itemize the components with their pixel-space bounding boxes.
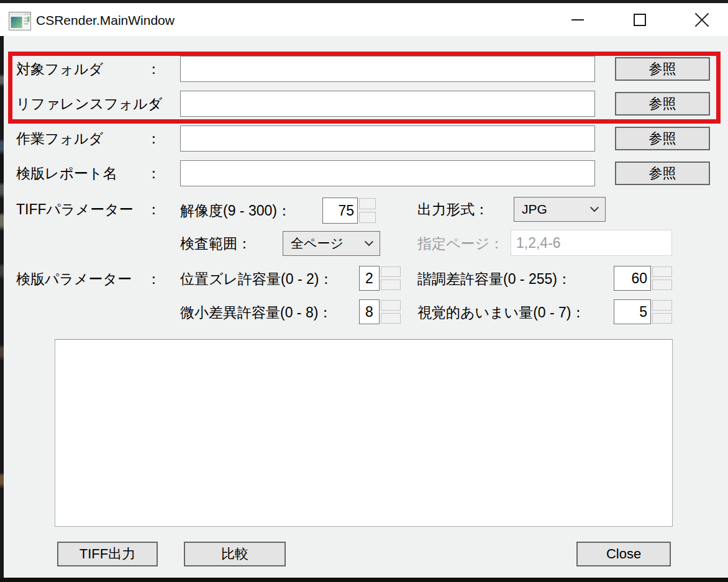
compare-button[interactable]: 比較 xyxy=(184,542,286,566)
visual-fuzz-spinner xyxy=(652,300,672,324)
work-folder-colon: ： xyxy=(147,129,161,148)
report-name-input[interactable] xyxy=(180,160,595,186)
spin-up-button[interactable] xyxy=(652,266,672,277)
reference-folder-label: リファレンスフォルダ xyxy=(16,94,162,113)
scan-range-select[interactable]: 全ページ xyxy=(283,231,380,256)
tone-tolerance-spinner xyxy=(652,266,672,290)
screen-edge-artifact-left xyxy=(0,36,4,578)
reference-folder-colon: ： xyxy=(147,94,161,113)
visual-fuzz-label: 視覚的あいまい量(0 - 7)： xyxy=(417,303,586,322)
scan-range-label: 検査範囲： xyxy=(180,234,252,253)
resolution-input[interactable] xyxy=(322,198,358,224)
position-tolerance-label: 位置ズレ許容量(0 - 2)： xyxy=(180,270,333,288)
target-folder-input[interactable] xyxy=(180,56,595,82)
kenpan-section-label: 検版パラメーター xyxy=(16,270,132,288)
screen-edge-artifact-top xyxy=(0,0,728,3)
title-bar: CSRender.MainWindow xyxy=(0,3,728,36)
chevron-down-icon xyxy=(365,237,373,246)
minor-diff-tolerance-input[interactable] xyxy=(359,299,380,324)
spin-up-button[interactable] xyxy=(381,266,401,277)
screen-edge-artifact-bottom xyxy=(0,578,728,582)
position-tolerance-spinner xyxy=(381,266,401,290)
spin-down-button[interactable] xyxy=(381,280,401,290)
spin-down-button[interactable] xyxy=(652,280,672,290)
spin-up-button[interactable] xyxy=(381,300,401,311)
output-format-label: 出力形式： xyxy=(417,200,489,219)
application-window: CSRender.MainWindow 対象フォルダ ： 参照 リファレンスフォ… xyxy=(0,0,728,582)
spin-down-button[interactable] xyxy=(652,313,672,324)
close-button[interactable]: Close xyxy=(576,542,671,566)
spin-up-button[interactable] xyxy=(359,198,376,209)
report-name-colon: ： xyxy=(147,164,161,183)
pages-label: 指定ページ： xyxy=(417,234,504,253)
report-name-browse-button[interactable]: 参照 xyxy=(615,161,710,185)
target-folder-label: 対象フォルダ xyxy=(16,60,103,78)
close-icon xyxy=(694,12,710,28)
reference-folder-browse-button[interactable]: 参照 xyxy=(615,92,710,116)
work-folder-browse-button[interactable]: 参照 xyxy=(615,127,710,150)
minimize-button[interactable] xyxy=(557,3,598,36)
log-output-area[interactable] xyxy=(55,339,673,527)
window-title: CSRender.MainWindow xyxy=(36,13,175,28)
resolution-spinner xyxy=(359,198,376,223)
spin-up-button[interactable] xyxy=(652,300,672,311)
chevron-down-icon xyxy=(590,203,599,212)
output-format-value: JPG xyxy=(522,202,547,217)
close-window-button[interactable] xyxy=(681,3,722,36)
reference-folder-input[interactable] xyxy=(180,91,595,117)
tone-tolerance-label: 諧調差許容量(0 - 255)： xyxy=(417,270,571,288)
report-name-label: 検版レポート名 xyxy=(16,164,117,183)
work-folder-input[interactable] xyxy=(180,125,595,152)
spin-down-button[interactable] xyxy=(381,313,401,324)
resolution-label: 解像度(9 - 300)： xyxy=(180,201,291,220)
target-folder-colon: ： xyxy=(147,60,161,78)
maximize-icon xyxy=(634,14,646,26)
position-tolerance-input[interactable] xyxy=(359,266,380,291)
work-folder-label: 作業フォルダ xyxy=(16,129,103,148)
tone-tolerance-input[interactable] xyxy=(614,266,651,291)
visual-fuzz-input[interactable] xyxy=(614,299,651,324)
minimize-icon xyxy=(571,19,584,20)
kenpan-section-colon: ： xyxy=(147,270,161,288)
target-folder-browse-button[interactable]: 参照 xyxy=(615,57,710,81)
tiff-section-colon: ： xyxy=(147,200,161,219)
scan-range-value: 全ページ xyxy=(291,235,344,252)
maximize-button[interactable] xyxy=(619,3,660,36)
app-icon xyxy=(9,12,31,30)
minor-diff-tolerance-spinner xyxy=(381,300,401,324)
pages-input xyxy=(511,230,672,256)
output-format-select[interactable]: JPG xyxy=(514,197,606,222)
tiff-output-button[interactable]: TIFF出力 xyxy=(57,542,158,566)
minor-diff-tolerance-label: 微小差異許容量(0 - 8)： xyxy=(180,303,332,322)
spin-down-button[interactable] xyxy=(359,212,376,223)
tiff-section-label: TIFFパラメーター xyxy=(16,200,134,219)
